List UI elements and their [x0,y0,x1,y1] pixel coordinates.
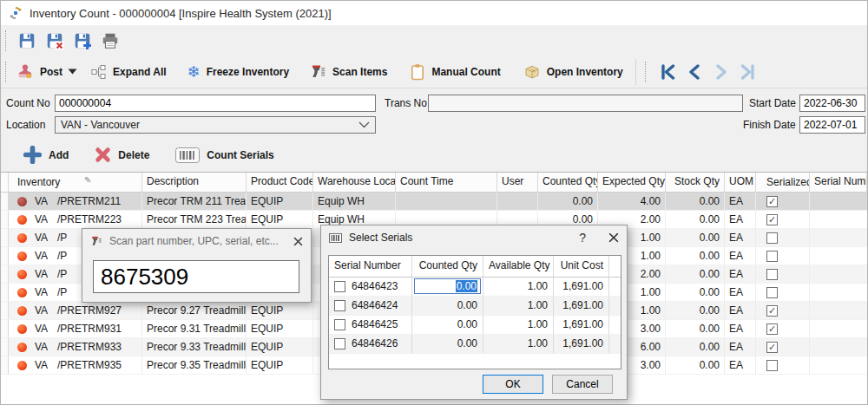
save-button[interactable] [13,28,41,54]
expand-all-button[interactable]: Expand All [90,64,167,80]
cell-warehouse-location[interactable]: Equip WH [313,193,396,210]
cell-stock-qty[interactable]: 0.00 [666,356,725,374]
serial-row[interactable]: 648464240.001.001,691.00 [329,297,621,316]
serialized-checkbox[interactable] [766,323,778,335]
cell-uom[interactable]: EA [725,302,756,319]
cell-serial-number[interactable] [810,284,867,301]
cell-unit-cost[interactable]: 1,691.00 [554,316,609,334]
cell-product-code[interactable]: EQUIP [247,211,313,228]
cell-uom[interactable]: EA [725,320,756,337]
serialized-checkbox[interactable] [766,232,778,244]
table-row[interactable]: VA/PRETRM211Precor TRM 211 Trea...EQUIPE… [1,193,867,211]
cell-serialized[interactable] [756,265,810,283]
row-gutter[interactable] [1,356,9,374]
row-gutter[interactable] [1,284,9,301]
cell-product-code[interactable]: EQUIP [247,302,313,319]
cell-serial-number[interactable] [810,320,867,337]
serial-checkbox[interactable] [334,281,345,292]
manual-count-button[interactable]: Manual Count [410,63,500,81]
counted-qty-editor[interactable]: 0.00 [414,278,481,294]
cell-inventory[interactable]: VA/PRETRM211 [9,193,142,210]
cell-serialized[interactable] [756,247,810,265]
cell-uom[interactable]: EA [725,265,756,283]
cell-product-code[interactable]: EQUIP [247,193,313,210]
cell-serialized[interactable] [756,356,810,374]
cell-description[interactable]: Precor 9.33 Treadmill [142,338,247,356]
column-header[interactable]: Counted Qty [538,173,598,192]
cell-stock-qty[interactable]: 0.00 [666,338,725,356]
cell-description[interactable]: Precor 9.27 Treadmill [142,302,247,319]
serial-row[interactable]: 648464260.001.001,691.00 [329,335,621,354]
cell-serial-number[interactable] [810,265,867,283]
serialized-checkbox[interactable] [766,214,778,225]
row-gutter[interactable] [1,247,9,265]
cell-serial-number[interactable] [810,356,867,374]
cell-serial-number[interactable]: 64846424 [329,297,412,315]
cell-user[interactable] [497,193,538,210]
column-header[interactable]: Product Code [247,173,313,192]
finish-date-input[interactable] [799,116,865,134]
cell-inventory[interactable]: VA/PRETRM931 [9,320,142,337]
toolbar-grip[interactable] [645,62,646,82]
cell-available-qty[interactable]: 1.00 [483,278,554,296]
cancel-button[interactable]: Cancel [552,375,613,394]
post-dropdown-button[interactable] [64,62,80,82]
column-header[interactable]: Serial Number [810,173,867,192]
column-header[interactable]: UOM [725,173,756,192]
scan-input[interactable] [93,260,299,293]
cell-inventory[interactable]: VA/PRETRM933 [9,338,142,356]
location-select[interactable]: VAN - Vancouver [55,116,376,134]
row-gutter[interactable] [1,229,9,246]
cell-counted-qty[interactable]: 0.00 [412,297,483,315]
close-icon[interactable] [608,232,619,243]
cell-available-qty[interactable]: 1.00 [483,335,554,353]
row-gutter[interactable] [1,320,9,337]
count-no-input[interactable] [55,95,376,112]
row-gutter[interactable] [1,193,9,210]
cell-serial-number[interactable]: 64846426 [329,335,412,353]
cell-serialized[interactable] [756,193,810,210]
cell-counted-qty[interactable]: 0.00 [412,335,483,353]
add-button[interactable]: Add [23,146,69,164]
column-header[interactable]: Inventory [9,173,142,192]
row-gutter[interactable] [1,338,9,356]
cell-serial-number[interactable] [810,229,867,246]
cell-serialized[interactable] [756,338,810,356]
count-serials-button[interactable]: Count Serials [175,147,273,163]
cell-serialized[interactable] [756,320,810,337]
serialized-checkbox[interactable] [766,269,778,280]
previous-record-button[interactable] [683,62,706,82]
cell-stock-qty[interactable]: 0.00 [666,320,725,337]
serialized-checkbox[interactable] [766,251,778,262]
start-date-input[interactable] [799,95,865,112]
ok-button[interactable]: OK [483,375,543,394]
cell-counted-qty[interactable]: 0.00 [412,278,483,296]
cell-serial-number[interactable] [810,302,867,319]
column-header[interactable]: User [497,173,538,192]
column-header[interactable]: Warehouse Location [313,173,396,192]
cell-description[interactable]: Precor 9.31 Treadmill [142,320,247,337]
cell-uom[interactable]: EA [725,193,756,210]
scan-dialog-titlebar[interactable]: Scan part number, UPC, serial, etc... [82,229,311,253]
cell-stock-qty[interactable]: 0.00 [666,302,725,319]
delete-button[interactable]: Delete [95,147,149,163]
cell-stock-qty[interactable]: 0.00 [666,193,725,210]
serial-checkbox[interactable] [334,338,345,349]
cell-expected-qty[interactable]: 4.00 [598,193,666,210]
cell-product-code[interactable]: EQUIP [247,338,313,356]
cell-serialized[interactable] [756,211,810,228]
cell-serialized[interactable] [756,229,810,246]
cell-available-qty[interactable]: 1.00 [483,316,554,334]
column-header[interactable]: Available Qty [483,256,554,277]
cell-inventory[interactable]: VA/PRETRM223 [9,211,142,228]
serialized-checkbox[interactable] [766,287,778,298]
cell-stock-qty[interactable]: 0.00 [666,284,725,301]
cell-stock-qty[interactable]: 0.00 [666,265,725,283]
last-record-button[interactable] [737,62,760,82]
cell-uom[interactable]: EA [725,338,756,356]
cell-available-qty[interactable]: 1.00 [483,297,554,315]
cell-serialized[interactable] [756,302,810,319]
cell-uom[interactable]: EA [725,229,756,246]
print-button[interactable] [96,28,124,54]
save-close-button[interactable] [41,28,69,54]
